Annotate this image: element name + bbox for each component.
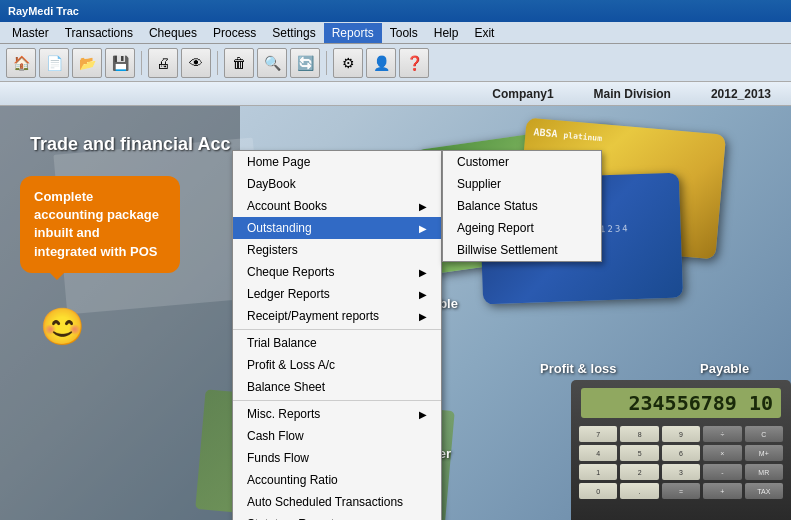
menu-tools[interactable]: Tools	[382, 23, 426, 43]
menu-transactions[interactable]: Transactions	[57, 23, 141, 43]
calc-key-mr[interactable]: MR	[745, 464, 783, 480]
outstanding-submenu: Customer Supplier Balance Status Ageing …	[442, 150, 602, 262]
cheque-reports-arrow: ▶	[419, 267, 427, 278]
calc-key-8[interactable]: 8	[620, 426, 658, 442]
toolbar-open-btn[interactable]: 📂	[72, 48, 102, 78]
smiley-icon: 😊	[40, 306, 90, 356]
menu-reports[interactable]: Reports	[324, 23, 382, 43]
toolbar-search-btn[interactable]: 🔍	[257, 48, 287, 78]
menu-item-receipt-payment[interactable]: Receipt/Payment reports ▶	[233, 305, 441, 327]
menu-item-account-books[interactable]: Account Books ▶	[233, 195, 441, 217]
toolbar-separator-3	[326, 51, 327, 75]
menu-item-cheque-reports[interactable]: Cheque Reports ▶	[233, 261, 441, 283]
toolbar: 🏠 📄 📂 💾 🖨 👁 🗑 🔍 🔄 ⚙ 👤 ❓	[0, 44, 791, 82]
callout-bubble: Complete accounting package inbuilt and …	[20, 176, 180, 273]
menu-item-misc-reports[interactable]: Misc. Reports ▶	[233, 403, 441, 425]
calc-key-2[interactable]: 2	[620, 464, 658, 480]
division-name: Main Division	[594, 87, 671, 101]
reports-dropdown-menu: Home Page DayBook Account Books ▶ Outsta…	[232, 150, 442, 520]
trade-financial-title: Trade and financial Acc	[30, 134, 230, 155]
toolbar-separator-2	[217, 51, 218, 75]
dropdown-sep-2	[233, 400, 441, 401]
menu-item-home-page[interactable]: Home Page	[233, 151, 441, 173]
toolbar-separator-1	[141, 51, 142, 75]
misc-reports-arrow: ▶	[419, 409, 427, 420]
calc-key-mplus[interactable]: M+	[745, 445, 783, 461]
menu-item-outstanding[interactable]: Outstanding ▶	[233, 217, 441, 239]
toolbar-refresh-btn[interactable]: 🔄	[290, 48, 320, 78]
submenu-supplier[interactable]: Supplier	[443, 173, 601, 195]
calc-key-9[interactable]: 9	[662, 426, 700, 442]
menu-item-registers[interactable]: Registers	[233, 239, 441, 261]
calc-key-6[interactable]: 6	[662, 445, 700, 461]
submenu-balance-status[interactable]: Balance Status	[443, 195, 601, 217]
app-title: RayMedi Trac	[8, 5, 79, 17]
payable-label: Payable	[700, 361, 749, 376]
receipt-payment-arrow: ▶	[419, 311, 427, 322]
ledger-reports-arrow: ▶	[419, 289, 427, 300]
calc-key-mul[interactable]: ×	[703, 445, 741, 461]
toolbar-preview-btn[interactable]: 👁	[181, 48, 211, 78]
menu-item-accounting-ratio[interactable]: Accounting Ratio	[233, 469, 441, 491]
menu-item-ledger-reports[interactable]: Ledger Reports ▶	[233, 283, 441, 305]
calc-key-tax[interactable]: TAX	[745, 483, 783, 499]
menu-item-cash-flow[interactable]: Cash Flow	[233, 425, 441, 447]
calc-key-equals[interactable]: =	[662, 483, 700, 499]
calc-key-sub[interactable]: -	[703, 464, 741, 480]
toolbar-help-btn[interactable]: ❓	[399, 48, 429, 78]
company-name: Company1	[492, 87, 553, 101]
toolbar-user-btn[interactable]: 👤	[366, 48, 396, 78]
main-content: Trade and financial Acc Complete account…	[0, 106, 791, 520]
calculator: 234556789 10 7 8 9 ÷ C 4 5 6 × M+ 1 2 3 …	[571, 380, 791, 520]
menu-exit[interactable]: Exit	[466, 23, 502, 43]
toolbar-new-btn[interactable]: 📄	[39, 48, 69, 78]
menu-item-trial-balance[interactable]: Trial Balance	[233, 332, 441, 354]
menu-item-balance-sheet[interactable]: Balance Sheet	[233, 376, 441, 398]
outstanding-arrow: ▶	[419, 223, 427, 234]
calculator-keypad: 7 8 9 ÷ C 4 5 6 × M+ 1 2 3 - MR 0 . = + …	[571, 422, 791, 503]
submenu-ageing-report[interactable]: Ageing Report	[443, 217, 601, 239]
submenu-billwise-settlement[interactable]: Billwise Settlement	[443, 239, 601, 261]
menu-help[interactable]: Help	[426, 23, 467, 43]
calc-key-3[interactable]: 3	[662, 464, 700, 480]
company-bar: Company1 Main Division 2012_2013	[0, 82, 791, 106]
menu-item-profit-loss[interactable]: Profit & Loss A/c	[233, 354, 441, 376]
toolbar-settings-btn[interactable]: ⚙	[333, 48, 363, 78]
menu-settings[interactable]: Settings	[264, 23, 323, 43]
profit-loss-label: Profit & loss	[540, 361, 617, 376]
menu-master[interactable]: Master	[4, 23, 57, 43]
calculator-display: 234556789 10	[581, 388, 781, 418]
calc-key-clear[interactable]: C	[745, 426, 783, 442]
callout-text: Complete accounting package inbuilt and …	[34, 189, 159, 259]
menu-item-funds-flow[interactable]: Funds Flow	[233, 447, 441, 469]
calc-key-7[interactable]: 7	[579, 426, 617, 442]
menu-cheques[interactable]: Cheques	[141, 23, 205, 43]
menu-item-statutory[interactable]: Statutory Reports ▶	[233, 513, 441, 520]
menu-process[interactable]: Process	[205, 23, 264, 43]
toolbar-print-btn[interactable]: 🖨	[148, 48, 178, 78]
calc-key-1[interactable]: 1	[579, 464, 617, 480]
submenu-customer[interactable]: Customer	[443, 151, 601, 173]
calc-key-0[interactable]: 0	[579, 483, 617, 499]
calc-key-5[interactable]: 5	[620, 445, 658, 461]
calc-key-4[interactable]: 4	[579, 445, 617, 461]
title-bar: RayMedi Trac	[0, 0, 791, 22]
fiscal-year: 2012_2013	[711, 87, 771, 101]
toolbar-save-btn[interactable]: 💾	[105, 48, 135, 78]
toolbar-delete-btn[interactable]: 🗑	[224, 48, 254, 78]
menu-item-daybook[interactable]: DayBook	[233, 173, 441, 195]
toolbar-home-btn[interactable]: 🏠	[6, 48, 36, 78]
account-books-arrow: ▶	[419, 201, 427, 212]
menu-item-auto-scheduled[interactable]: Auto Scheduled Transactions	[233, 491, 441, 513]
calc-key-add[interactable]: +	[703, 483, 741, 499]
calc-key-dot[interactable]: .	[620, 483, 658, 499]
dropdown-sep-1	[233, 329, 441, 330]
calc-key-div[interactable]: ÷	[703, 426, 741, 442]
menu-bar: Master Transactions Cheques Process Sett…	[0, 22, 791, 44]
